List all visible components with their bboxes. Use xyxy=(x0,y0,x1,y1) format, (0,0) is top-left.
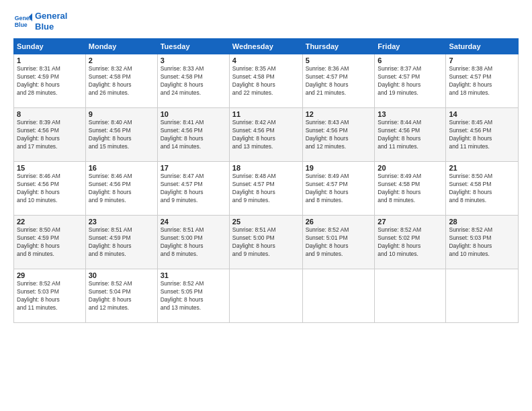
col-header-sunday: Sunday xyxy=(14,39,86,54)
day-number: 6 xyxy=(378,56,443,64)
day-number: 20 xyxy=(378,164,443,172)
day-number: 23 xyxy=(89,218,154,226)
day-number: 12 xyxy=(306,110,372,118)
col-header-wednesday: Wednesday xyxy=(229,39,302,54)
day-number: 28 xyxy=(449,218,515,226)
day-detail: Sunrise: 8:48 AM Sunset: 4:57 PM Dayligh… xyxy=(232,173,300,205)
day-number: 15 xyxy=(17,164,83,172)
calendar-cell xyxy=(229,269,302,323)
day-number: 31 xyxy=(161,271,226,279)
day-detail: Sunrise: 8:41 AM Sunset: 4:56 PM Dayligh… xyxy=(161,119,226,151)
calendar-cell: 21 Sunrise: 8:50 AM Sunset: 4:58 PM Dayl… xyxy=(446,162,519,216)
day-number: 24 xyxy=(161,218,226,226)
col-header-tuesday: Tuesday xyxy=(157,39,229,54)
calendar-cell: 6 Sunrise: 8:37 AM Sunset: 4:57 PM Dayli… xyxy=(375,54,446,108)
day-number: 9 xyxy=(89,110,154,118)
calendar-cell: 5 Sunrise: 8:36 AM Sunset: 4:57 PM Dayli… xyxy=(302,54,375,108)
day-detail: Sunrise: 8:49 AM Sunset: 4:57 PM Dayligh… xyxy=(306,173,372,205)
day-number: 8 xyxy=(17,110,83,118)
logo-icon: General Blue xyxy=(13,12,32,31)
day-detail: Sunrise: 8:38 AM Sunset: 4:57 PM Dayligh… xyxy=(449,65,515,97)
calendar-cell: 3 Sunrise: 8:33 AM Sunset: 4:58 PM Dayli… xyxy=(157,54,229,108)
day-detail: Sunrise: 8:50 AM Sunset: 4:58 PM Dayligh… xyxy=(449,173,515,205)
day-number: 5 xyxy=(306,56,372,64)
col-header-monday: Monday xyxy=(85,39,157,54)
day-detail: Sunrise: 8:43 AM Sunset: 4:56 PM Dayligh… xyxy=(306,119,372,151)
calendar-cell: 7 Sunrise: 8:38 AM Sunset: 4:57 PM Dayli… xyxy=(446,54,519,108)
calendar-cell: 31 Sunrise: 8:52 AM Sunset: 5:05 PM Dayl… xyxy=(157,269,229,323)
day-detail: Sunrise: 8:51 AM Sunset: 5:00 PM Dayligh… xyxy=(161,226,226,259)
calendar-cell: 28 Sunrise: 8:52 AM Sunset: 5:03 PM Dayl… xyxy=(446,216,519,269)
day-number: 13 xyxy=(378,110,443,118)
calendar-cell: 14 Sunrise: 8:45 AM Sunset: 4:56 PM Dayl… xyxy=(446,108,519,162)
calendar-cell xyxy=(446,269,519,323)
day-detail: Sunrise: 8:52 AM Sunset: 5:04 PM Dayligh… xyxy=(89,280,154,312)
day-detail: Sunrise: 8:35 AM Sunset: 4:58 PM Dayligh… xyxy=(232,65,300,97)
day-number: 30 xyxy=(89,271,154,279)
day-detail: Sunrise: 8:50 AM Sunset: 4:59 PM Dayligh… xyxy=(17,226,83,259)
calendar-cell: 13 Sunrise: 8:44 AM Sunset: 4:56 PM Dayl… xyxy=(375,108,446,162)
day-number: 2 xyxy=(89,56,154,64)
calendar-cell: 20 Sunrise: 8:49 AM Sunset: 4:58 PM Dayl… xyxy=(375,162,446,216)
day-detail: Sunrise: 8:52 AM Sunset: 5:03 PM Dayligh… xyxy=(449,226,515,259)
day-detail: Sunrise: 8:33 AM Sunset: 4:58 PM Dayligh… xyxy=(161,65,226,97)
day-detail: Sunrise: 8:44 AM Sunset: 4:56 PM Dayligh… xyxy=(378,119,443,151)
calendar-cell: 30 Sunrise: 8:52 AM Sunset: 5:04 PM Dayl… xyxy=(85,269,157,323)
calendar-cell: 8 Sunrise: 8:39 AM Sunset: 4:56 PM Dayli… xyxy=(14,108,86,162)
calendar-cell: 23 Sunrise: 8:51 AM Sunset: 4:59 PM Dayl… xyxy=(85,216,157,269)
day-detail: Sunrise: 8:36 AM Sunset: 4:57 PM Dayligh… xyxy=(306,65,372,97)
day-number: 25 xyxy=(232,218,300,226)
calendar-cell: 4 Sunrise: 8:35 AM Sunset: 4:58 PM Dayli… xyxy=(229,54,302,108)
day-number: 10 xyxy=(161,110,226,118)
calendar-cell: 18 Sunrise: 8:48 AM Sunset: 4:57 PM Dayl… xyxy=(229,162,302,216)
day-detail: Sunrise: 8:49 AM Sunset: 4:58 PM Dayligh… xyxy=(378,173,443,205)
day-number: 7 xyxy=(449,56,515,64)
svg-text:Blue: Blue xyxy=(15,21,28,28)
calendar-cell: 19 Sunrise: 8:49 AM Sunset: 4:57 PM Dayl… xyxy=(302,162,375,216)
day-detail: Sunrise: 8:47 AM Sunset: 4:57 PM Dayligh… xyxy=(161,173,226,205)
logo-text: General Blue xyxy=(35,11,67,32)
header: General Blue General Blue xyxy=(13,11,519,32)
calendar-cell xyxy=(375,269,446,323)
day-number: 14 xyxy=(449,110,515,118)
day-number: 4 xyxy=(232,56,300,64)
calendar-cell: 2 Sunrise: 8:32 AM Sunset: 4:58 PM Dayli… xyxy=(85,54,157,108)
day-detail: Sunrise: 8:31 AM Sunset: 4:59 PM Dayligh… xyxy=(17,65,83,97)
day-number: 17 xyxy=(161,164,226,172)
day-detail: Sunrise: 8:45 AM Sunset: 4:56 PM Dayligh… xyxy=(449,119,515,151)
day-detail: Sunrise: 8:52 AM Sunset: 5:03 PM Dayligh… xyxy=(17,280,83,312)
day-detail: Sunrise: 8:39 AM Sunset: 4:56 PM Dayligh… xyxy=(17,119,83,151)
calendar-cell: 16 Sunrise: 8:46 AM Sunset: 4:56 PM Dayl… xyxy=(85,162,157,216)
day-number: 22 xyxy=(17,218,83,226)
calendar-cell: 27 Sunrise: 8:52 AM Sunset: 5:02 PM Dayl… xyxy=(375,216,446,269)
page: General Blue General Blue SundayMondayTu… xyxy=(0,0,532,411)
col-header-saturday: Saturday xyxy=(446,39,519,54)
calendar-cell: 15 Sunrise: 8:46 AM Sunset: 4:56 PM Dayl… xyxy=(14,162,86,216)
calendar-cell xyxy=(302,269,375,323)
calendar-cell: 9 Sunrise: 8:40 AM Sunset: 4:56 PM Dayli… xyxy=(85,108,157,162)
calendar-cell: 26 Sunrise: 8:52 AM Sunset: 5:01 PM Dayl… xyxy=(302,216,375,269)
day-detail: Sunrise: 8:37 AM Sunset: 4:57 PM Dayligh… xyxy=(378,65,443,97)
logo: General Blue General Blue xyxy=(13,11,67,32)
day-detail: Sunrise: 8:52 AM Sunset: 5:02 PM Dayligh… xyxy=(378,226,443,259)
day-detail: Sunrise: 8:52 AM Sunset: 5:01 PM Dayligh… xyxy=(306,226,372,259)
day-detail: Sunrise: 8:40 AM Sunset: 4:56 PM Dayligh… xyxy=(89,119,154,151)
calendar-cell: 17 Sunrise: 8:47 AM Sunset: 4:57 PM Dayl… xyxy=(157,162,229,216)
day-number: 26 xyxy=(306,218,372,226)
day-detail: Sunrise: 8:46 AM Sunset: 4:56 PM Dayligh… xyxy=(89,173,154,205)
day-detail: Sunrise: 8:42 AM Sunset: 4:56 PM Dayligh… xyxy=(232,119,300,151)
calendar-table: SundayMondayTuesdayWednesdayThursdayFrid… xyxy=(13,38,519,323)
day-detail: Sunrise: 8:52 AM Sunset: 5:05 PM Dayligh… xyxy=(161,280,226,312)
day-number: 3 xyxy=(161,56,226,64)
day-number: 1 xyxy=(17,56,83,64)
calendar-cell: 29 Sunrise: 8:52 AM Sunset: 5:03 PM Dayl… xyxy=(14,269,86,323)
calendar-cell: 24 Sunrise: 8:51 AM Sunset: 5:00 PM Dayl… xyxy=(157,216,229,269)
day-detail: Sunrise: 8:51 AM Sunset: 4:59 PM Dayligh… xyxy=(89,226,154,259)
day-detail: Sunrise: 8:32 AM Sunset: 4:58 PM Dayligh… xyxy=(89,65,154,97)
day-number: 19 xyxy=(306,164,372,172)
day-number: 16 xyxy=(89,164,154,172)
day-number: 21 xyxy=(449,164,515,172)
calendar-cell: 11 Sunrise: 8:42 AM Sunset: 4:56 PM Dayl… xyxy=(229,108,302,162)
calendar-cell: 10 Sunrise: 8:41 AM Sunset: 4:56 PM Dayl… xyxy=(157,108,229,162)
col-header-friday: Friday xyxy=(375,39,446,54)
